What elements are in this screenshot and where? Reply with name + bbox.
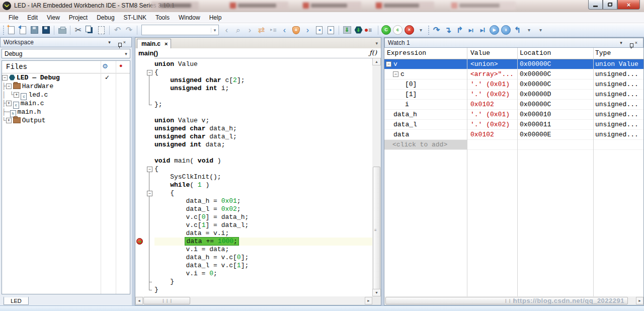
go-button[interactable]: ▶ bbox=[489, 24, 500, 36]
menu-view[interactable]: View bbox=[42, 13, 64, 23]
next-function-button[interactable]: › bbox=[302, 24, 313, 36]
watch-menu-button[interactable]: ▾ bbox=[617, 40, 625, 45]
code-line[interactable]: } bbox=[154, 278, 372, 286]
code-line[interactable]: data_h = 0x01; bbox=[154, 197, 372, 205]
minimize-button[interactable] bbox=[588, 0, 603, 10]
menu-file[interactable]: File bbox=[4, 13, 23, 23]
tree-item-led-debug[interactable]: −LED — Debug✓ bbox=[2, 73, 130, 82]
close-button[interactable]: × bbox=[617, 0, 640, 10]
code-line[interactable]: v.c[1] = data_l; bbox=[154, 221, 372, 229]
code-line[interactable]: data_l = 0x02; bbox=[154, 205, 372, 213]
code-line[interactable]: union Value bbox=[154, 60, 372, 68]
menu-window[interactable]: Window bbox=[174, 13, 205, 23]
tree-item-hardware[interactable]: ├−HardWare bbox=[2, 82, 130, 91]
code-line[interactable]: { bbox=[154, 189, 372, 197]
watch-row-data_h[interactable]: data_h'.' (0x01)0x000010unsigned... bbox=[384, 110, 643, 120]
code-line[interactable]: while( 1 ) bbox=[154, 181, 372, 189]
tree-item-main.h[interactable]: ├─hmain.h bbox=[2, 108, 130, 116]
menu-project[interactable]: Project bbox=[64, 13, 92, 23]
scroll-down-icon[interactable]: ▼ bbox=[372, 289, 381, 296]
toolbar-overflow-button-2[interactable]: ▾ bbox=[535, 24, 546, 36]
code-line[interactable]: v.i = 0; bbox=[154, 270, 372, 278]
menu-tools[interactable]: Tools bbox=[151, 13, 174, 23]
code-line[interactable]: void main( void ) bbox=[154, 157, 372, 165]
editor-horizontal-scrollbar[interactable]: ◄ ❘❘❘ ► bbox=[135, 296, 372, 305]
watch-column-location[interactable]: Location bbox=[520, 49, 551, 57]
expand-icon[interactable]: + bbox=[14, 92, 19, 98]
breakpoints-list-button[interactable]: ≡ bbox=[364, 24, 376, 36]
new-file-button[interactable] bbox=[6, 24, 17, 36]
run-to-cursor-button[interactable]: ▸I bbox=[477, 24, 489, 36]
watch-close-button[interactable]: × bbox=[632, 40, 640, 45]
save-all-button[interactable] bbox=[40, 24, 52, 36]
collapse-icon[interactable]: − bbox=[386, 61, 391, 67]
watch-column-value[interactable]: Value bbox=[470, 49, 490, 57]
tree-item-led.c[interactable]: │ └+cled.c bbox=[2, 91, 130, 99]
reset-debug-button[interactable]: ↰ bbox=[512, 24, 523, 36]
watch-row-c[interactable]: −c<array>"...0x00000Cunsigned... bbox=[384, 69, 643, 80]
code-line[interactable] bbox=[154, 109, 372, 117]
toolbar-overflow-button[interactable]: ▾ bbox=[415, 24, 427, 36]
reset-button[interactable]: C bbox=[380, 24, 392, 36]
fold-margin[interactable]: −−− bbox=[144, 58, 154, 296]
tab-list-dropdown-icon[interactable]: ▾ bbox=[375, 41, 378, 46]
breakpoint-current-statement-icon[interactable] bbox=[136, 238, 143, 245]
scroll-right-icon[interactable]: ► bbox=[636, 297, 643, 304]
expand-icon[interactable]: + bbox=[6, 118, 12, 123]
chevron-down-icon[interactable]: ▾ bbox=[211, 28, 218, 33]
watch-row-v[interactable]: −v<union>0x00000Cunion Value bbox=[384, 59, 643, 69]
collapse-icon[interactable]: − bbox=[2, 75, 8, 81]
step-into-button[interactable]: ↴ bbox=[442, 24, 454, 36]
next-statement-button[interactable]: ▸ı bbox=[465, 24, 477, 36]
watch-row-data_l[interactable]: data_l'.' (0x02)0x000011unsigned... bbox=[384, 120, 643, 130]
watch-row-i[interactable]: i0x01020x00000Cunsigned... bbox=[384, 100, 643, 110]
code-text[interactable]: union Value{ unsigned char c[2]; unsigne… bbox=[154, 60, 372, 294]
watch-table[interactable]: ExpressionValueLocationType −v<union>0x0… bbox=[384, 48, 643, 296]
code-line[interactable]: unsigned int i; bbox=[154, 85, 372, 93]
find-button[interactable]: ⌕ bbox=[232, 24, 244, 36]
code-line[interactable]: data_h = v.c[0]; bbox=[154, 254, 372, 262]
workspace-close-button[interactable]: × bbox=[121, 40, 128, 45]
tab-close-icon[interactable]: × bbox=[165, 41, 168, 47]
copy-button[interactable] bbox=[84, 24, 96, 36]
watch-column-type[interactable]: Type bbox=[595, 49, 611, 57]
current-function[interactable]: main() bbox=[138, 49, 158, 57]
watch-row-1[interactable]: [1]'.' (0x02)0x00000Dunsigned... bbox=[384, 90, 643, 100]
quick-search-combobox[interactable]: ▾ bbox=[141, 25, 219, 35]
code-line[interactable] bbox=[154, 93, 372, 101]
code-line[interactable]: unsigned char data_h; bbox=[154, 125, 372, 133]
open-file-button[interactable] bbox=[17, 24, 29, 36]
code-line[interactable]: data += 1000; bbox=[154, 238, 372, 246]
menu-debug[interactable]: Debug bbox=[92, 13, 119, 23]
save-button[interactable] bbox=[29, 24, 40, 36]
menu-edit[interactable]: Edit bbox=[23, 13, 42, 23]
stop-debugging-button[interactable]: × bbox=[404, 24, 415, 36]
breakpoint-gutter[interactable] bbox=[135, 58, 144, 296]
code-line[interactable]: data_l = v.c[1]; bbox=[154, 262, 372, 270]
workspace-bottom-tab[interactable]: LED bbox=[4, 296, 29, 305]
menu-st-link[interactable]: ST-LINK bbox=[119, 13, 151, 23]
navigate-pair-button[interactable]: ⇄ bbox=[256, 24, 267, 36]
watch-row-add[interactable]: <click to add> bbox=[384, 140, 643, 150]
collapse-icon[interactable]: − bbox=[6, 84, 12, 89]
redo-button[interactable]: ↷ bbox=[123, 24, 135, 36]
pause-button[interactable]: ‖ bbox=[500, 24, 512, 36]
workspace-menu-button[interactable]: ▾ bbox=[106, 40, 113, 45]
expand-icon[interactable]: + bbox=[6, 101, 12, 106]
code-line[interactable]: } bbox=[154, 286, 372, 294]
code-line[interactable]: unsigned char data_l; bbox=[154, 133, 372, 141]
scroll-up-icon[interactable]: ▲ bbox=[372, 58, 381, 65]
watch-add-cell[interactable]: <click to add> bbox=[384, 140, 467, 149]
debug-dropdown-button[interactable]: ▾ bbox=[523, 24, 535, 36]
code-line[interactable]: v.i = data; bbox=[154, 246, 372, 254]
watch-column-expression[interactable]: Expression bbox=[387, 49, 426, 57]
watch-row-0[interactable]: [0]'.' (0x01)0x00000Cunsigned... bbox=[384, 80, 643, 90]
watch-horizontal-scrollbar[interactable]: ❘❘❘ ► https://blog.csdn.net/qq_2022291 bbox=[384, 296, 643, 305]
scroll-right-icon[interactable]: ► bbox=[365, 297, 372, 304]
download-flash-button[interactable]: ⇓ bbox=[341, 24, 353, 36]
paste-button[interactable] bbox=[96, 24, 107, 36]
bookmark-list-button[interactable]: ‣≡ bbox=[267, 24, 279, 36]
gear-icon[interactable]: ⚙ bbox=[102, 62, 108, 70]
code-line[interactable]: }; bbox=[154, 101, 372, 109]
undo-button[interactable]: ↶ bbox=[112, 24, 123, 36]
